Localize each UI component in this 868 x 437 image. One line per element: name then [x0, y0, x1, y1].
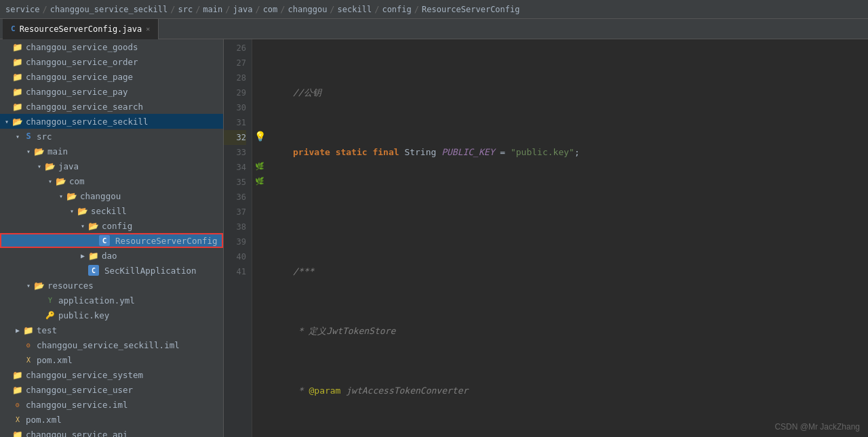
tree-item-seckill-app[interactable]: C SecKillApplication: [0, 263, 223, 278]
tree-label: changgou_service.iml: [26, 400, 128, 410]
no-arrow: [14, 356, 22, 364]
tree-item-changgou[interactable]: ▾ 📂 changgou: [0, 188, 223, 203]
hint-bulb-icon[interactable]: 💡: [254, 130, 266, 142]
code-content[interactable]: //公钥 private static final String PUBLIC_…: [267, 39, 868, 437]
line-num-26: 26: [224, 41, 246, 56]
tree-label: changgou_service_system: [26, 370, 143, 380]
semicolon: ;: [574, 145, 580, 160]
yaml-icon: Y: [45, 295, 56, 306]
tree-item-system[interactable]: 📁 changgou_service_system: [0, 367, 223, 382]
tree-item-api[interactable]: 📁 changgou_service_api: [0, 427, 223, 437]
folder-icon: 📁: [23, 325, 34, 335]
breadcrumb-config[interactable]: config: [382, 5, 411, 14]
code-line-30: * 定义JwtTokenStore: [273, 324, 863, 339]
project-icon: 📁: [12, 71, 23, 82]
code-line-31: * @param jwtAccessTokenConverter: [273, 383, 863, 398]
tree-item-search[interactable]: 📁 changgou_service_search: [0, 99, 223, 114]
no-arrow: [79, 266, 87, 274]
collapse-arrow: [3, 58, 11, 66]
line-num-30: 30: [224, 100, 246, 115]
collapse-arrow: ▾: [3, 117, 11, 125]
tab-bar: C ResourceServerConfig.java ✕: [0, 19, 868, 39]
line-num-31: 31: [224, 115, 246, 130]
line-num-39: 39: [224, 234, 246, 249]
code-editor[interactable]: 26 27 28 29 30 31 32 33 34 35 36 37 38 3…: [224, 39, 868, 437]
tree-item-service-iml[interactable]: ⚙ changgou_service.iml: [0, 397, 223, 412]
project-open-icon: 📂: [12, 116, 23, 127]
comment-javadoc-start: /***: [293, 264, 314, 279]
tree-label: application.yml: [58, 295, 135, 306]
tree-item-pay[interactable]: 📁 changgou_service_pay: [0, 84, 223, 99]
tree-item-seckill[interactable]: ▾ 📂 changgou_service_seckill: [0, 114, 223, 129]
tree-item-src[interactable]: ▾ S src: [0, 129, 223, 144]
project-icon: 📁: [12, 429, 23, 437]
tree-label: com: [69, 176, 85, 186]
bean-icon-34[interactable]: 🌿: [254, 160, 266, 172]
breadcrumb-main[interactable]: main: [203, 5, 222, 14]
tree-item-public-key[interactable]: 🔑 public.key: [0, 308, 223, 322]
tree-item-goods[interactable]: 📁 changgou_service_goods: [0, 39, 223, 54]
no-arrow: [14, 341, 22, 349]
line-num-40: 40: [224, 249, 246, 264]
collapse-arrow: [3, 72, 11, 81]
tree-item-pom[interactable]: X pom.xml: [0, 352, 223, 367]
tree-label: changgou_service_pay: [26, 87, 128, 97]
folder-icon: 📂: [56, 175, 66, 186]
breadcrumb-resourceserverconfig[interactable]: ResourceServerConfig: [422, 5, 520, 14]
breadcrumb-src[interactable]: src: [178, 5, 193, 14]
tree-label: SecKillApplication: [104, 266, 196, 276]
line-num-27: 27: [224, 56, 246, 70]
tree-label: public.key: [58, 310, 109, 320]
project-icon: 📁: [12, 101, 23, 112]
breadcrumb-service[interactable]: service: [5, 5, 40, 14]
breadcrumb-changgou[interactable]: changgou: [288, 5, 328, 14]
tab-close-button[interactable]: ✕: [146, 25, 150, 33]
tree-item-application-yml[interactable]: Y application.yml: [0, 293, 223, 308]
tree-item-order[interactable]: 📁 changgou_service_order: [0, 54, 223, 69]
collapse-arrow: ▶: [14, 326, 22, 334]
tree-item-seckill-pkg[interactable]: ▾ 📂 seckill: [0, 203, 223, 218]
collapse-arrow: ▾: [24, 281, 33, 289]
src-icon: S: [23, 131, 34, 142]
tree-item-iml[interactable]: ⚙ changgou_service_seckill.iml: [0, 337, 223, 352]
line-num-36: 36: [224, 190, 246, 205]
tree-item-test[interactable]: ▶ 📁 test: [0, 322, 223, 337]
collapse-arrow: ▾: [35, 162, 43, 170]
line-num-33: 33: [224, 145, 246, 160]
tree-label: java: [58, 161, 79, 171]
tree-item-page[interactable]: 📁 changgou_service_page: [0, 69, 223, 84]
tree-item-main[interactable]: ▾ 📂 main: [0, 144, 223, 159]
kw-static: static: [336, 145, 368, 160]
tree-item-config[interactable]: ▾ 📂 config: [0, 218, 223, 233]
collapse-arrow: ▾: [57, 192, 65, 200]
breadcrumb-com[interactable]: com: [263, 5, 278, 14]
no-arrow: [3, 371, 11, 379]
no-arrow: [35, 296, 43, 304]
tree-item-com[interactable]: ▾ 📂 com: [0, 173, 223, 188]
tree-label: seckill: [91, 206, 127, 216]
no-arrow: [3, 400, 11, 409]
tree-label: changgou_service_goods: [26, 42, 138, 52]
breadcrumb-seckill2[interactable]: seckill: [338, 5, 372, 14]
breadcrumb-java[interactable]: java: [233, 5, 253, 14]
folder-icon: 📂: [77, 205, 88, 216]
iml-icon: ⚙: [12, 399, 23, 410]
tab-resourceserverconfig[interactable]: C ResourceServerConfig.java ✕: [3, 19, 159, 39]
breadcrumb-seckill[interactable]: changgou_service_seckill: [50, 5, 167, 14]
tree-label: pom.xml: [26, 415, 62, 425]
tree-item-root-pom[interactable]: X pom.xml: [0, 412, 223, 427]
tree-item-resourceserverconfig[interactable]: C ResourceServerConfig: [0, 233, 223, 248]
breadcrumb-bar: service / changgou_service_seckill / src…: [0, 0, 868, 19]
no-arrow: [3, 386, 11, 394]
tree-item-user[interactable]: 📁 changgou_service_user: [0, 382, 223, 397]
tree-item-resources[interactable]: ▾ 📂 resources: [0, 278, 223, 293]
tree-item-java[interactable]: ▾ 📂 java: [0, 159, 223, 173]
folder-icon: 📁: [88, 250, 99, 261]
tree-label: changgou: [80, 191, 121, 201]
tree-label: changgou_service_api: [26, 430, 128, 438]
bean-icon-35[interactable]: 🌿: [254, 175, 266, 187]
comment-define: * 定义JwtTokenStore: [293, 324, 395, 339]
line-num-38: 38: [224, 220, 246, 234]
tree-label: dao: [102, 251, 117, 261]
tree-item-dao[interactable]: ▶ 📁 dao: [0, 248, 223, 263]
